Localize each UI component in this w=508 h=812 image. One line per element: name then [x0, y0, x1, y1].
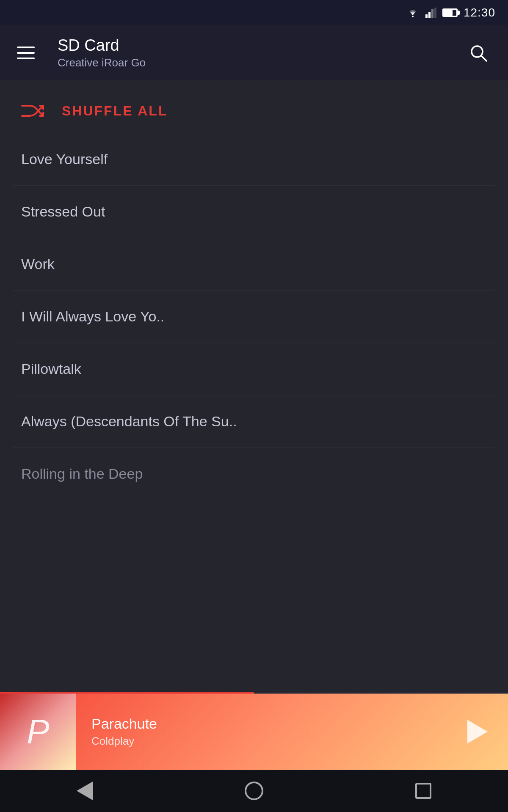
recents-button[interactable]: [406, 774, 440, 808]
status-icons: 12:30: [406, 6, 495, 19]
list-item[interactable]: Always (Descendants Of The Su..: [13, 395, 495, 448]
song-title: Pillowtalk: [21, 361, 81, 377]
list-item[interactable]: Work: [13, 238, 495, 291]
list-item[interactable]: Stressed Out: [13, 186, 495, 238]
song-title: Stressed Out: [21, 203, 105, 219]
search-icon: [469, 44, 487, 62]
play-icon: [467, 720, 488, 743]
battery-icon: [442, 8, 458, 17]
app-subtitle: Creative iRoar Go: [58, 56, 466, 69]
shuffle-section[interactable]: SHUFFLE ALL: [13, 80, 495, 133]
recents-icon: [415, 783, 431, 799]
shuffle-label: SHUFFLE ALL: [62, 103, 168, 119]
back-button[interactable]: [68, 774, 102, 808]
app-title: SD Card: [58, 36, 466, 55]
signal-icon: [425, 8, 436, 18]
svg-rect-4: [434, 8, 436, 18]
list-item[interactable]: Rolling in the Deep: [13, 448, 495, 500]
search-button[interactable]: [466, 40, 491, 66]
song-title: Always (Descendants Of The Su..: [21, 413, 237, 429]
svg-line-6: [481, 56, 486, 61]
home-icon: [245, 782, 263, 800]
svg-rect-3: [431, 9, 433, 18]
hamburger-line-1: [17, 47, 35, 48]
svg-rect-1: [425, 14, 428, 18]
main-content: SHUFFLE ALL Love Yourself Stressed Out W…: [0, 80, 508, 694]
song-title: Rolling in the Deep: [21, 466, 143, 482]
app-title-section: SD Card Creative iRoar Go: [42, 36, 466, 69]
status-time: 12:30: [464, 6, 495, 19]
list-item[interactable]: Love Yourself: [13, 133, 495, 186]
menu-button[interactable]: [17, 40, 42, 66]
now-playing-bar[interactable]: P Parachute Coldplay: [0, 694, 508, 770]
song-list: Love Yourself Stressed Out Work I Will A…: [13, 133, 495, 500]
shuffle-icon: [21, 102, 47, 120]
svg-point-0: [412, 16, 414, 17]
home-button[interactable]: [237, 774, 271, 808]
now-playing-title: Parachute: [91, 716, 444, 732]
now-playing-artist: Coldplay: [91, 735, 444, 748]
now-playing-info: Parachute Coldplay: [76, 716, 459, 748]
app-bar: SD Card Creative iRoar Go: [0, 25, 508, 80]
hamburger-line-3: [17, 58, 35, 59]
play-button[interactable]: [459, 715, 493, 749]
svg-rect-2: [428, 12, 431, 18]
nav-bar: [0, 770, 508, 812]
wifi-icon: [406, 8, 420, 18]
song-title: Love Yourself: [21, 151, 108, 167]
status-bar: 12:30: [0, 0, 508, 25]
album-art: P: [0, 694, 76, 770]
list-item[interactable]: I Will Always Love Yo..: [13, 291, 495, 343]
album-letter: P: [27, 712, 49, 751]
hamburger-line-2: [17, 52, 35, 54]
list-item[interactable]: Pillowtalk: [13, 343, 495, 395]
song-title: I Will Always Love Yo..: [21, 308, 164, 324]
back-icon: [77, 782, 93, 800]
song-title: Work: [21, 256, 55, 272]
